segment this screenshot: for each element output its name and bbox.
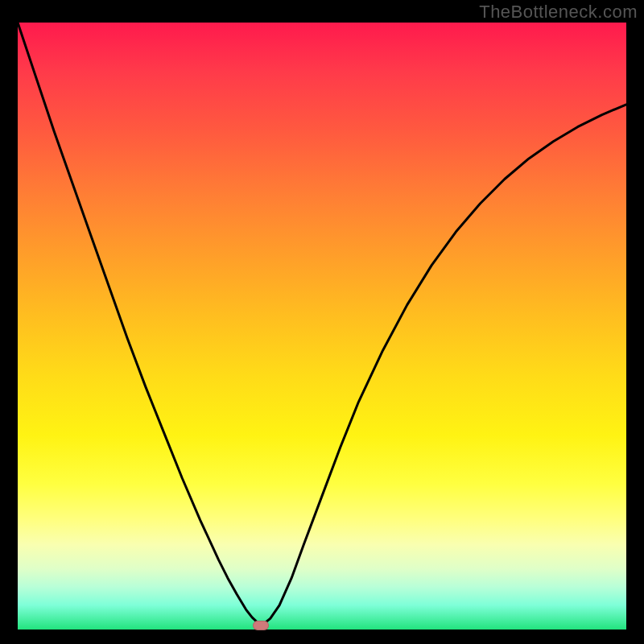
watermark-text: TheBottleneck.com [479, 2, 638, 23]
chart-frame: TheBottleneck.com [0, 0, 644, 644]
bottleneck-curve [18, 23, 626, 630]
plot-outer [18, 23, 626, 630]
curve-path [18, 23, 626, 626]
optimal-point-marker [253, 621, 269, 630]
